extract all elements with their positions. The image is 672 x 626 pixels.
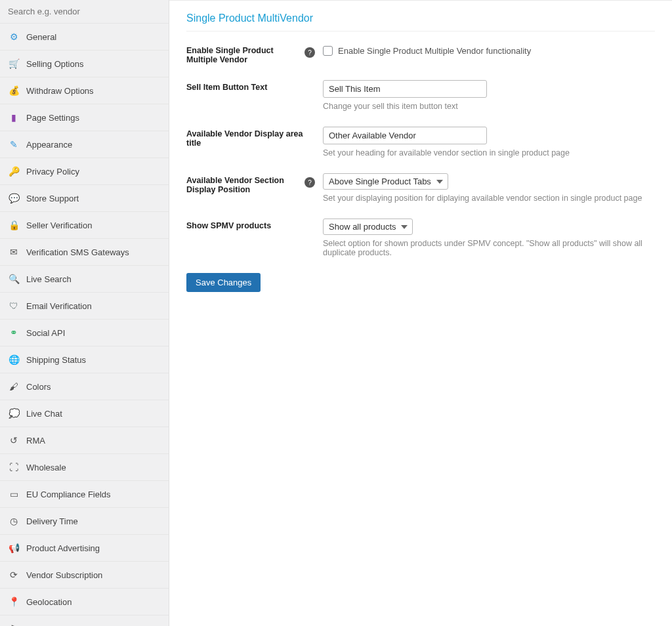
field-description: Select option for shown products under S… — [323, 239, 655, 257]
sidebar-item-label: Product Advertising — [26, 543, 100, 553]
card-icon: ▭ — [8, 488, 20, 500]
sidebar-item-label: Social API — [26, 328, 65, 338]
search-icon: 🔍 — [8, 273, 20, 285]
shield-icon: 🛡 — [8, 300, 20, 312]
mail-icon: ✉ — [8, 246, 20, 258]
refresh-icon: ⟳ — [8, 569, 20, 581]
sidebar-search — [0, 0, 169, 23]
enable-checkbox-row[interactable]: Enable Single Product Multiple Vendor fu… — [323, 43, 655, 56]
sidebar-item-label: RMA — [26, 436, 45, 446]
sidebar-item-appearance[interactable]: ✎Appearance — [0, 131, 169, 157]
clock-icon: ◷ — [8, 515, 20, 527]
flag-icon: ⚑ — [8, 623, 20, 626]
sell-button-text-input[interactable] — [323, 80, 487, 98]
field-label: Show SPMV products — [186, 219, 304, 230]
sidebar-item-label: Verification SMS Gateways — [26, 247, 129, 257]
boxes-icon: ⛶ — [8, 461, 20, 473]
sidebar-item-vendor-subscription[interactable]: ⟳Vendor Subscription — [0, 561, 169, 588]
sidebar-item-label: Live Search — [26, 274, 72, 284]
cart-icon: 🛒 — [8, 58, 20, 70]
settings-page: ⚙General🛒Selling Options💰Withdraw Option… — [0, 0, 672, 626]
lock-icon: 🔒 — [8, 219, 20, 231]
globe-icon: 🌐 — [8, 354, 20, 365]
sidebar-item-verification-sms-gateways[interactable]: ✉Verification SMS Gateways — [0, 238, 169, 265]
field-vendor-position: Available Vendor Section Display Positio… — [186, 173, 655, 203]
sidebar-item-label: Product Report Abuse — [26, 624, 110, 627]
share-icon: ⚭ — [8, 327, 20, 339]
sidebar-item-rma[interactable]: ↺RMA — [0, 427, 169, 453]
save-button[interactable]: Save Changes — [186, 273, 261, 292]
page-title: Single Product MultiVendor — [186, 12, 655, 31]
sidebar-item-geolocation[interactable]: 📍Geolocation — [0, 588, 169, 615]
pin-icon: 📍 — [8, 596, 20, 608]
field-spmv-products: Show SPMV products Show all products Sel… — [186, 219, 655, 257]
help-icon[interactable]: ? — [304, 177, 315, 188]
sidebar-item-colors[interactable]: 🖌Colors — [0, 373, 169, 400]
sidebar-item-email-verification[interactable]: 🛡Email Verification — [0, 292, 169, 319]
sidebar-item-label: Seller Verification — [26, 220, 92, 230]
field-vendor-area-title: Available Vendor Display area title Set … — [186, 127, 655, 157]
settings-main: Single Product MultiVendor Enable Single… — [169, 0, 672, 626]
sidebar-item-privacy-policy[interactable]: 🔑Privacy Policy — [0, 157, 169, 184]
gear-icon: ⚙ — [8, 31, 20, 43]
page-icon: ▮ — [8, 112, 20, 123]
sidebar-item-seller-verification[interactable]: 🔒Seller Verification — [0, 211, 169, 238]
sidebar-item-label: Shipping Status — [26, 355, 86, 365]
money-icon: 💰 — [8, 85, 20, 96]
vendor-area-title-input[interactable] — [323, 127, 487, 144]
sidebar-item-label: Geolocation — [26, 597, 72, 607]
sidebar-item-store-support[interactable]: 💬Store Support — [0, 184, 169, 211]
sidebar-item-label: EU Compliance Fields — [26, 490, 111, 499]
field-sell-button-text: Sell Item Button Text Change your sell t… — [186, 80, 655, 111]
sidebar-item-label: Privacy Policy — [26, 167, 79, 177]
enable-checkbox[interactable] — [323, 46, 333, 56]
sidebar-item-wholesale[interactable]: ⛶Wholesale — [0, 453, 169, 480]
sidebar-item-withdraw-options[interactable]: 💰Withdraw Options — [0, 77, 169, 104]
field-description: Set your heading for available vendor se… — [323, 148, 655, 157]
undo-icon: ↺ — [8, 434, 20, 446]
field-label: Sell Item Button Text — [186, 80, 304, 92]
sidebar-item-label: Vendor Subscription — [26, 570, 102, 580]
field-label: Enable Single Product Multiple Vendor — [186, 43, 304, 64]
field-label: Available Vendor Display area title — [186, 127, 304, 148]
sidebar-item-label: General — [26, 32, 56, 42]
sidebar-item-live-search[interactable]: 🔍Live Search — [0, 265, 169, 292]
brush-icon: ✎ — [8, 138, 20, 150]
sidebar-item-label: Wholesale — [26, 463, 66, 472]
sidebar-item-delivery-time[interactable]: ◷Delivery Time — [0, 507, 169, 534]
sidebar-item-label: Appearance — [26, 140, 72, 150]
comment-icon: 💭 — [8, 407, 20, 419]
sidebar-item-label: Colors — [26, 382, 51, 392]
key-icon: 🔑 — [8, 165, 20, 177]
spmv-products-select[interactable]: Show all products — [323, 219, 413, 235]
sidebar-item-label: Store Support — [26, 194, 79, 203]
sidebar-item-live-chat[interactable]: 💭Live Chat — [0, 400, 169, 427]
paint-icon: 🖌 — [8, 381, 20, 392]
checkbox-label: Enable Single Product Multiple Vendor fu… — [338, 46, 531, 56]
sidebar-item-page-settings[interactable]: ▮Page Settings — [0, 104, 169, 131]
chat-icon: 💬 — [8, 192, 20, 204]
sidebar-item-label: Email Verification — [26, 301, 92, 311]
sidebar-item-product-advertising[interactable]: 📢Product Advertising — [0, 534, 169, 561]
sidebar-item-label: Delivery Time — [26, 516, 78, 526]
field-enable-spmv: Enable Single Product Multiple Vendor ? … — [186, 43, 655, 64]
sidebar-item-eu-compliance-fields[interactable]: ▭EU Compliance Fields — [0, 480, 169, 507]
search-input[interactable] — [8, 7, 161, 16]
sidebar-item-selling-options[interactable]: 🛒Selling Options — [0, 50, 169, 77]
vendor-position-select[interactable]: Above Single Product Tabs — [323, 173, 448, 190]
sidebar-item-social-api[interactable]: ⚭Social API — [0, 319, 169, 346]
sidebar-item-label: Page Settings — [26, 113, 79, 123]
sidebar-item-product-report-abuse[interactable]: ⚑Product Report Abuse — [0, 615, 169, 626]
sidebar-item-label: Live Chat — [26, 409, 62, 419]
megaphone-icon: 📢 — [8, 542, 20, 554]
sidebar-item-shipping-status[interactable]: 🌐Shipping Status — [0, 346, 169, 373]
help-icon[interactable]: ? — [304, 47, 315, 58]
field-description: Change your sell this item button text — [323, 102, 655, 111]
settings-sidebar: ⚙General🛒Selling Options💰Withdraw Option… — [0, 0, 169, 626]
field-label: Available Vendor Section Display Positio… — [186, 173, 304, 194]
sidebar-item-general[interactable]: ⚙General — [0, 23, 169, 50]
field-description: Set your displaying position for diplayi… — [323, 194, 655, 203]
sidebar-item-label: Selling Options — [26, 59, 83, 69]
sidebar-item-label: Withdraw Options — [26, 86, 94, 96]
